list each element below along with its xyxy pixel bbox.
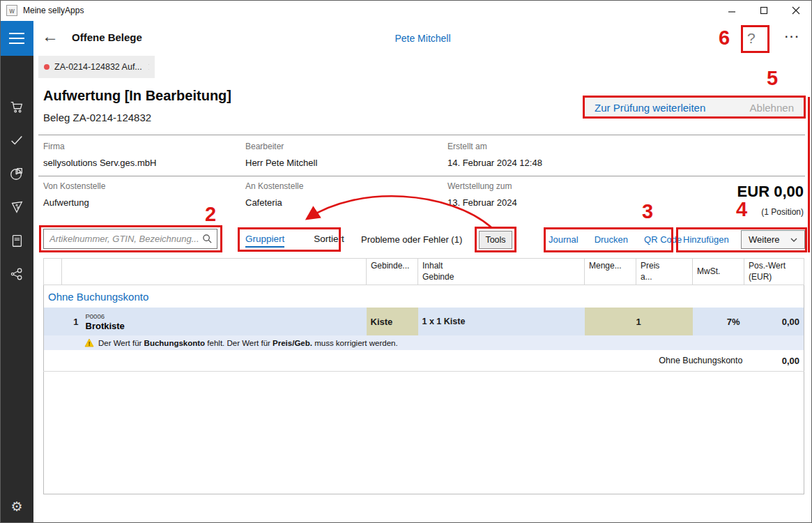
tab-label: ZA-0214-124832 Auf...	[54, 62, 142, 72]
more-options-button[interactable]: ···	[785, 31, 800, 43]
settings-gear-icon[interactable]: ⚙	[9, 499, 24, 515]
tab-bar: ZA-0214-124832 Auf...	[33, 56, 812, 78]
document-title: Aufwertung [In Bearbeitung]	[43, 88, 231, 104]
document-links: Journal Drucken QR Code	[549, 234, 682, 245]
group-header-row[interactable]: Ohne Buchungskonto	[44, 285, 804, 308]
journal-link[interactable]: Journal	[549, 234, 579, 245]
close-button[interactable]	[780, 0, 812, 21]
hamburger-menu-button[interactable]	[0, 21, 33, 56]
col-preis[interactable]: Preisa...	[636, 259, 693, 285]
cart-icon[interactable]	[9, 99, 24, 114]
minimize-icon	[728, 6, 736, 15]
field-firma: Firma sellysolutions Serv.ges.mbH	[43, 142, 231, 168]
print-link[interactable]: Drucken	[595, 234, 628, 245]
col-article[interactable]	[62, 259, 367, 285]
sorted-tab[interactable]: Sortiert	[314, 234, 344, 248]
divider	[38, 176, 805, 176]
current-user-link[interactable]: Pete Mitchell	[33, 33, 812, 44]
table-row[interactable]: 1 P0006 Brotkiste Kiste 1 x 1 Kiste 1 7%…	[44, 308, 804, 335]
subtotal-value: 0,00	[744, 350, 804, 372]
field-erstellt-am: Erstellt am 14. Februar 2024 12:48	[447, 142, 636, 168]
col-select[interactable]	[44, 259, 62, 285]
problems-errors-label[interactable]: Probleme oder Fehler (1)	[361, 234, 462, 245]
reject-button[interactable]: Ablehnen	[750, 102, 794, 114]
inhalt-gebinde-cell: 1 x 1 Kiste	[418, 308, 585, 335]
minimize-button[interactable]	[716, 0, 748, 21]
search-input[interactable]	[48, 233, 202, 245]
svg-text:!: !	[89, 340, 91, 347]
chevron-down-icon	[790, 238, 797, 242]
annotation-vertical-line	[808, 97, 810, 252]
group-sort-toggle: Gruppiert Sortiert	[245, 234, 344, 248]
sidebar: ⚙	[0, 56, 33, 523]
group-header-label[interactable]: Ohne Buchungskonto	[44, 285, 804, 308]
gebinde-cell[interactable]: Kiste	[367, 308, 418, 335]
pie-chart-icon[interactable]	[9, 166, 24, 181]
group-subtotal-row: Ohne Buchungskonto 0,00	[44, 350, 804, 372]
tools-button[interactable]: Tools	[479, 231, 512, 249]
field-bearbeiter: Bearbeiter Herr Pete Mitchell	[245, 142, 434, 168]
document-action-panel: Zur Prüfung weiterleiten Ablehnen	[585, 98, 804, 117]
mwst-cell: 7%	[693, 308, 744, 335]
maximize-icon	[760, 6, 768, 15]
pizza-slice-icon[interactable]	[9, 199, 24, 215]
article-search-box[interactable]	[43, 229, 217, 249]
app-icon: w	[6, 5, 17, 16]
qr-code-link[interactable]: QR Code	[644, 234, 682, 245]
subtotal-label: Ohne Buchungskonto	[44, 350, 744, 372]
table-header-row: Gebinde... InhaltGebinde Menge... Preisa…	[44, 259, 804, 285]
more-dropdown-label: Weitere	[749, 234, 780, 245]
window-title: Meine sellyApps	[23, 6, 84, 15]
row-position-number: 1	[66, 317, 79, 327]
field-von-kostenstelle: Von Kostenstelle Aufwertung	[43, 181, 231, 208]
document-subtitle: Beleg ZA-0214-124832	[43, 112, 151, 123]
help-button[interactable]: ?	[747, 30, 756, 47]
titlebar: w Meine sellyApps	[0, 0, 812, 21]
col-inhalt-gebinde[interactable]: InhaltGebinde	[418, 259, 585, 285]
close-icon	[792, 6, 800, 15]
col-menge[interactable]: Menge...	[585, 259, 636, 285]
col-mwst[interactable]: MwSt.	[693, 259, 744, 285]
document-total: EUR 0,00	[627, 183, 804, 201]
divider	[38, 135, 805, 135]
checkmark-icon[interactable]	[9, 132, 24, 148]
menge-cell[interactable]: 1	[585, 308, 693, 335]
position-count: (1 Position)	[627, 207, 804, 217]
add-link[interactable]: Hinzufügen	[683, 234, 729, 245]
pos-wert-cell: 0,00	[744, 308, 804, 335]
maximize-button[interactable]	[748, 0, 780, 21]
search-icon[interactable]	[202, 234, 213, 244]
tab-document[interactable]: ZA-0214-124832 Auf...	[38, 56, 155, 78]
article-name: Brotkiste	[86, 321, 125, 331]
hamburger-icon	[9, 33, 24, 34]
field-an-kostenstelle: An Kostenstelle Cafeteria	[245, 181, 434, 208]
col-pos-wert[interactable]: Pos.-Wert(EUR)	[744, 259, 804, 285]
field-wertstellung-zum: Wertstellung zum 13. Februar 2024	[447, 181, 636, 208]
warning-triangle-icon: !	[84, 338, 94, 347]
article-code: P0006	[86, 312, 125, 320]
more-dropdown[interactable]: Weitere	[741, 230, 805, 249]
journal-book-icon[interactable]	[9, 233, 24, 248]
tab-close-icon[interactable]	[148, 63, 149, 70]
row-warning: ! Der Wert für Buchungskonto fehlt. Der …	[44, 335, 804, 350]
forward-for-review-button[interactable]: Zur Prüfung weiterleiten	[595, 102, 705, 114]
col-gebinde[interactable]: Gebinde...	[367, 259, 418, 285]
grouped-tab[interactable]: Gruppiert	[245, 234, 284, 248]
positions-table: Gebinde... InhaltGebinde Menge... Preisa…	[43, 258, 804, 494]
unsaved-dot-icon	[44, 64, 49, 70]
share-network-icon[interactable]	[9, 266, 24, 282]
